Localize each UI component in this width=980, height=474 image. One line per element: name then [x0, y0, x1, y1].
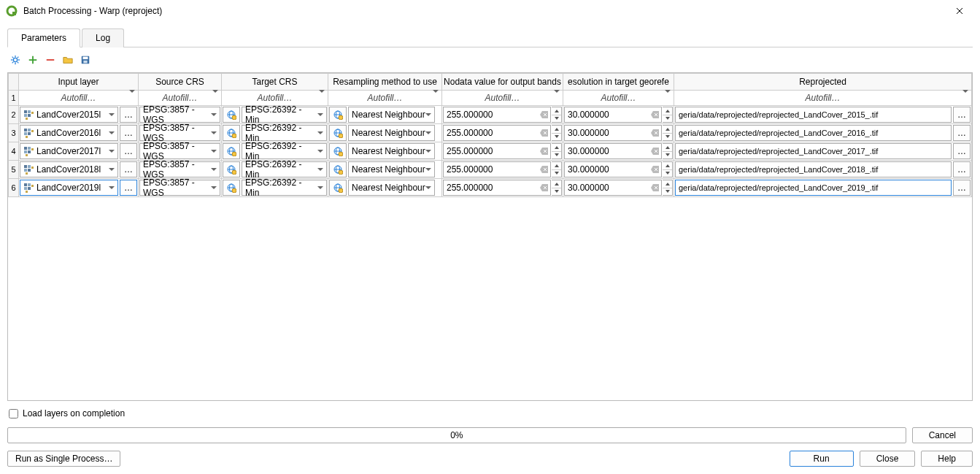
remove-row-button[interactable]: [44, 53, 57, 66]
open-button[interactable]: [61, 53, 74, 66]
output-path-input[interactable]: geria/data/reprojected/reprojected_LandC…: [675, 143, 952, 159]
select-crs-button[interactable]: [329, 107, 347, 123]
input-layer-browse[interactable]: …: [120, 107, 137, 123]
input-layer-browse[interactable]: …: [120, 143, 137, 159]
select-crs-button[interactable]: [223, 180, 240, 196]
clear-icon[interactable]: [539, 166, 550, 173]
output-path-input[interactable]: geria/data/reprojected/reprojected_LandC…: [675, 180, 952, 196]
input-layer-select[interactable]: LandCover2015l: [20, 107, 118, 123]
select-crs-button[interactable]: [329, 125, 347, 141]
clear-icon[interactable]: [539, 184, 550, 191]
autofill-reprojected[interactable]: Autofill…: [674, 91, 971, 105]
resolution-input[interactable]: 30.000000: [564, 143, 662, 159]
resolution-spinner[interactable]: [663, 143, 673, 159]
source-crs-select[interactable]: EPSG:3857 - WGS: [139, 125, 220, 141]
run-button[interactable]: Run: [790, 451, 854, 467]
header-resolution[interactable]: esolution in target georefe: [563, 74, 674, 91]
autofill-source-crs[interactable]: Autofill…: [139, 91, 221, 105]
nodata-input[interactable]: 255.000000: [443, 161, 551, 177]
cancel-button[interactable]: Cancel: [912, 427, 973, 443]
input-layer-select[interactable]: LandCover2017l: [20, 143, 118, 159]
input-layer-select[interactable]: LandCover2016l: [20, 125, 118, 141]
clear-icon[interactable]: [649, 111, 661, 118]
load-layers-checkbox[interactable]: [9, 409, 18, 418]
resampling-select[interactable]: Nearest Neighbour: [348, 180, 435, 196]
output-browse-button[interactable]: …: [953, 180, 971, 196]
input-layer-select[interactable]: LandCover2019l: [20, 180, 118, 196]
input-layer-select[interactable]: LandCover2018l: [20, 161, 118, 177]
clear-icon[interactable]: [539, 129, 550, 137]
autofill-target-crs[interactable]: Autofill…: [222, 91, 328, 105]
clear-icon[interactable]: [649, 166, 661, 173]
resolution-spinner[interactable]: [663, 125, 673, 141]
output-path-input[interactable]: geria/data/reprojected/reprojected_LandC…: [675, 125, 952, 141]
add-row-button[interactable]: [26, 53, 39, 66]
nodata-input[interactable]: 255.000000: [443, 180, 551, 196]
output-path-input[interactable]: geria/data/reprojected/reprojected_LandC…: [675, 107, 952, 123]
target-crs-select[interactable]: EPSG:26392 - Min: [242, 107, 327, 123]
output-browse-button[interactable]: …: [953, 107, 971, 123]
clear-icon[interactable]: [649, 148, 661, 155]
select-crs-button[interactable]: [223, 125, 240, 141]
clear-icon[interactable]: [649, 129, 661, 137]
target-crs-select[interactable]: EPSG:26392 - Min: [242, 125, 327, 141]
select-crs-button[interactable]: [329, 180, 347, 196]
header-nodata[interactable]: Nodata value for output bands: [442, 74, 563, 91]
target-crs-select[interactable]: EPSG:26392 - Min: [242, 143, 327, 159]
tab-log[interactable]: Log: [82, 28, 124, 47]
close-button[interactable]: Close: [860, 451, 916, 467]
autofill-input[interactable]: Autofill…: [19, 91, 138, 105]
nodata-input[interactable]: 255.000000: [443, 125, 551, 141]
advanced-button[interactable]: [9, 53, 22, 66]
autofill-resampling[interactable]: Autofill…: [328, 91, 441, 105]
output-path-input[interactable]: geria/data/reprojected/reprojected_LandC…: [675, 161, 952, 177]
tab-parameters[interactable]: Parameters: [7, 28, 80, 47]
source-crs-select[interactable]: EPSG:3857 - WGS: [139, 180, 220, 196]
resampling-select[interactable]: Nearest Neighbour: [348, 125, 435, 141]
select-crs-button[interactable]: [329, 143, 347, 159]
resolution-input[interactable]: 30.000000: [564, 161, 662, 177]
output-browse-button[interactable]: …: [953, 143, 971, 159]
help-button[interactable]: Help: [921, 451, 973, 467]
header-resampling[interactable]: Resampling method to use: [328, 74, 442, 91]
target-crs-select[interactable]: EPSG:26392 - Min: [242, 161, 327, 177]
nodata-input[interactable]: 255.000000: [443, 143, 551, 159]
header-source-crs[interactable]: Source CRS: [139, 74, 222, 91]
select-crs-button[interactable]: [329, 161, 347, 177]
select-crs-button[interactable]: [223, 143, 240, 159]
nodata-spinner[interactable]: [552, 180, 562, 196]
resolution-input[interactable]: 30.000000: [564, 125, 662, 141]
resampling-select[interactable]: Nearest Neighbour: [348, 107, 435, 123]
output-browse-button[interactable]: …: [953, 161, 971, 177]
header-reprojected[interactable]: Reprojected: [674, 74, 972, 91]
source-crs-select[interactable]: EPSG:3857 - WGS: [139, 161, 220, 177]
nodata-input[interactable]: 255.000000: [443, 107, 551, 123]
save-button[interactable]: [79, 53, 92, 66]
resolution-input[interactable]: 30.000000: [564, 107, 662, 123]
input-layer-browse[interactable]: …: [120, 180, 137, 196]
resolution-spinner[interactable]: [663, 161, 673, 177]
output-browse-button[interactable]: …: [953, 125, 971, 141]
resolution-input[interactable]: 30.000000: [564, 180, 662, 196]
resolution-spinner[interactable]: [663, 180, 673, 196]
select-crs-button[interactable]: [223, 161, 240, 177]
source-crs-select[interactable]: EPSG:3857 - WGS: [139, 143, 220, 159]
clear-icon[interactable]: [539, 111, 550, 118]
autofill-resolution[interactable]: Autofill…: [563, 91, 674, 105]
nodata-spinner[interactable]: [552, 107, 562, 123]
clear-icon[interactable]: [649, 184, 661, 191]
autofill-nodata[interactable]: Autofill…: [442, 91, 563, 105]
resampling-select[interactable]: Nearest Neighbour: [348, 143, 435, 159]
resolution-spinner[interactable]: [663, 107, 673, 123]
select-crs-button[interactable]: [223, 107, 240, 123]
target-crs-select[interactable]: EPSG:26392 - Min: [242, 180, 327, 196]
header-target-crs[interactable]: Target CRS: [222, 74, 328, 91]
input-layer-browse[interactable]: …: [120, 125, 137, 141]
header-input-layer[interactable]: Input layer: [19, 74, 139, 91]
run-single-button[interactable]: Run as Single Process…: [7, 451, 120, 467]
nodata-spinner[interactable]: [552, 125, 562, 141]
source-crs-select[interactable]: EPSG:3857 - WGS: [139, 107, 220, 123]
clear-icon[interactable]: [539, 148, 550, 155]
resampling-select[interactable]: Nearest Neighbour: [348, 161, 435, 177]
window-close-button[interactable]: [945, 0, 974, 22]
